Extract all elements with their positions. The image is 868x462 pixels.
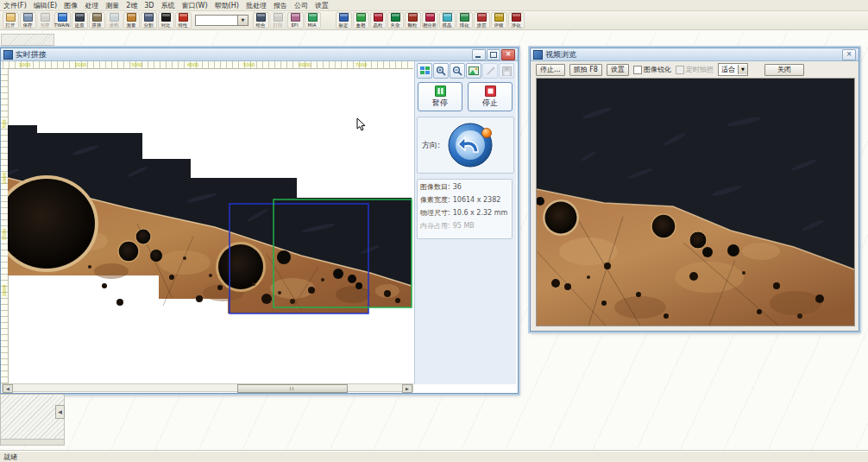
print-button[interactable]: 打印 (270, 12, 286, 28)
snapshot-button[interactable]: 抓拍 F8 (569, 64, 602, 76)
dendrite-button[interactable]: 枝晶 (439, 12, 456, 28)
stitch-window-titlebar[interactable]: 实时拼接 × (1, 48, 518, 61)
save-icon (23, 13, 33, 22)
zoom-out-button[interactable] (450, 63, 465, 79)
metallograph-button[interactable]: 金相 (353, 12, 369, 28)
sharpen-checkbox[interactable]: 图像锐化 (633, 65, 671, 74)
mia-button[interactable]: MIA (305, 12, 321, 28)
measure-button[interactable]: 测量 (123, 12, 140, 28)
fit-mode-select[interactable]: 适合 ▼ (718, 63, 748, 76)
property-icon (179, 13, 188, 22)
video-window-titlebar[interactable]: 视频浏览 × (531, 48, 859, 61)
zoom-in-button[interactable] (433, 63, 449, 79)
annotate-button[interactable] (482, 63, 498, 79)
menu-item-9[interactable]: 帮助(H) (211, 1, 242, 10)
collapsed-panel-tab[interactable] (1, 34, 54, 46)
open-icon (6, 13, 16, 22)
direction-undo-button[interactable] (447, 121, 495, 169)
menu-item-10[interactable]: 批处理 (242, 1, 270, 10)
clean-button[interactable]: 净化 (508, 12, 525, 28)
phase-button[interactable]: 相分析 (422, 12, 438, 28)
grain-button[interactable]: 晶粒 (370, 12, 387, 28)
thumbnail-panel: ◀ (0, 394, 65, 446)
clean-icon (512, 13, 521, 22)
info-row-0: 图像数目:36 (420, 183, 509, 191)
menu-item-11[interactable]: 报告 (270, 1, 291, 10)
hruler-label-3: 4000 (187, 61, 199, 67)
direction-panel: 方向: (417, 117, 514, 174)
export-image-button[interactable] (466, 63, 481, 79)
settings-button[interactable]: 设置 (607, 64, 629, 76)
file-tool-group: 打开保存另存TWAIN还原拼接涂鸦测量分割对比特性 (2, 12, 192, 28)
particle-button[interactable]: 颗粒 (405, 12, 421, 28)
chevron-down-icon: ▼ (738, 65, 747, 74)
menu-item-8[interactable]: 窗口(W) (178, 1, 211, 10)
combine-button[interactable]: 组合 (253, 12, 269, 28)
stitched-image-canvas[interactable] (8, 68, 413, 384)
scroll-left-button[interactable]: ◀ (3, 384, 13, 393)
menu-item-2[interactable]: 图像 (60, 1, 81, 10)
doodle-label: 涂鸦 (110, 22, 119, 27)
panel-resize-bar[interactable] (1, 439, 64, 445)
menu-item-7[interactable]: 系统 (157, 1, 178, 10)
restore-button[interactable] (487, 49, 500, 60)
phase-icon (425, 13, 435, 22)
contrast-button[interactable]: 对比 (158, 12, 174, 28)
rating-label: 评级 (494, 22, 504, 27)
phase-label: 相分析 (423, 22, 437, 27)
zoom-combobox[interactable]: ▼ (195, 15, 248, 26)
menu-item-1[interactable]: 编辑(E) (30, 1, 60, 10)
open-button[interactable]: 打开 (3, 12, 19, 28)
hruler-label-4: 5000 (243, 61, 255, 67)
chevron-down-icon[interactable]: ▼ (237, 16, 248, 25)
menu-item-0[interactable]: 文件(F) (0, 1, 30, 10)
checkbox-icon (676, 66, 684, 74)
window-icon (3, 50, 13, 60)
menu-item-5[interactable]: 2维 (123, 1, 141, 10)
menu-item-12[interactable]: 公司 (291, 1, 311, 10)
menu-item-13[interactable]: 设置 (311, 1, 332, 10)
save-button[interactable]: 保存 (20, 12, 36, 28)
save-as-button[interactable]: 另存 (37, 12, 53, 28)
stitch-mini-toolbar (417, 63, 514, 79)
stop-button[interactable]: 停止 (468, 82, 513, 111)
menu-item-3[interactable]: 处理 (81, 1, 102, 10)
menu-item-6[interactable]: 3D (141, 2, 157, 9)
coating-button[interactable]: 涂层 (474, 12, 490, 28)
application-window: 文件(F)编辑(E)图像处理测量2维3D系统窗口(W)帮助(H)批处理报告公司设… (0, 0, 868, 462)
video-close-button[interactable]: × (842, 49, 856, 60)
nodular-button[interactable]: 球化 (456, 12, 473, 28)
live-video-view[interactable] (536, 78, 855, 326)
efi-button[interactable]: EFI (287, 12, 304, 28)
panel-expand-button[interactable]: ◀ (55, 405, 65, 419)
capture-buttons: 暂停 停止 (418, 82, 514, 111)
segment-button[interactable]: 分割 (141, 12, 157, 28)
inclusion-button[interactable]: 夹杂 (387, 12, 404, 28)
tile-view-button[interactable] (417, 63, 432, 79)
main-toolbar: 打开保存另存TWAIN还原拼接涂鸦测量分割对比特性 ▼ 组合打印EFIMIA 标… (0, 11, 868, 30)
doodle-button[interactable]: 涂鸦 (106, 12, 123, 28)
pause-button[interactable]: 暂停 (418, 82, 462, 111)
menu-item-4[interactable]: 测量 (102, 1, 123, 10)
stitch-info-panel: 图像数目:36像素宽度:10614 x 2382物理尺寸:10.6 x 2.32… (417, 179, 513, 239)
stop-button-label: 停止 (482, 98, 498, 109)
property-button[interactable]: 特性 (175, 12, 192, 28)
calibrate-label: 标定 (339, 22, 349, 27)
stitch-button[interactable]: 拼接 (89, 12, 105, 28)
twain-button[interactable]: TWAIN (54, 12, 71, 28)
segment-label: 分割 (144, 22, 154, 27)
rating-button[interactable]: 评级 (491, 12, 507, 28)
close-button[interactable]: × (501, 49, 515, 60)
timer-checkbox[interactable]: 定时拍照 (676, 65, 714, 74)
scrollbar-thumb[interactable] (237, 384, 348, 393)
video-close-action-button[interactable]: 关闭 (764, 64, 804, 76)
video-stop-button[interactable]: 停止... (536, 64, 565, 76)
minimize-button[interactable] (472, 49, 486, 60)
timer-checkbox-label: 定时拍照 (686, 65, 714, 74)
scroll-right-button[interactable]: ▶ (402, 384, 412, 393)
horizontal-scrollbar[interactable]: ◀ ▶ (2, 383, 413, 392)
calibrate-button[interactable]: 标定 (336, 12, 352, 28)
save-result-button[interactable] (499, 63, 514, 79)
restore-button[interactable]: 还原 (72, 12, 88, 28)
coating-icon (477, 13, 487, 22)
